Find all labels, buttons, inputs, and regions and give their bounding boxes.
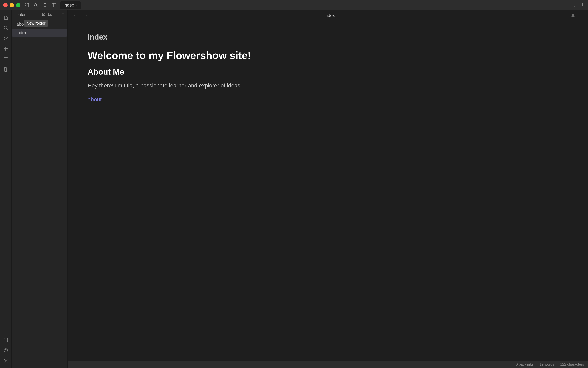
- editor-breadcrumb: index: [92, 13, 567, 18]
- activity-infopanel-icon[interactable]: [1, 336, 10, 344]
- svg-rect-8: [583, 3, 585, 6]
- about-link[interactable]: about: [88, 96, 102, 102]
- bookmarks-icon[interactable]: [43, 3, 47, 7]
- document-paragraph: Hey there! I'm Ola, a passionate learner…: [88, 81, 568, 90]
- new-folder-tooltip: New folder: [24, 20, 48, 27]
- activity-calendar-icon[interactable]: [1, 55, 10, 64]
- activity-files-icon[interactable]: [1, 13, 10, 22]
- svg-rect-5: [52, 3, 56, 7]
- minimize-button[interactable]: [9, 3, 14, 7]
- search-icon[interactable]: [34, 3, 38, 7]
- activity-settings-icon[interactable]: [1, 356, 10, 365]
- svg-point-12: [4, 37, 5, 38]
- reading-mode-icon[interactable]: [571, 13, 575, 18]
- editor-content[interactable]: index Welcome to my Flowershow site! Abo…: [68, 21, 588, 361]
- document-title: index: [88, 33, 568, 41]
- svg-point-11: [5, 38, 6, 39]
- editor-area: ← → index ⋯ index Welcome to my Flowersh…: [68, 10, 588, 368]
- svg-rect-20: [4, 47, 6, 49]
- svg-rect-24: [4, 58, 8, 61]
- tab-label: index: [64, 3, 74, 8]
- tabs-area: index × +: [60, 1, 573, 9]
- svg-line-19: [6, 39, 7, 39]
- status-bar: 0 backlinks 19 words 122 characters: [68, 361, 588, 368]
- index-tab[interactable]: index ×: [60, 1, 81, 9]
- activity-bottom: [1, 336, 10, 365]
- svg-rect-22: [4, 49, 6, 51]
- main-layout: content: [0, 10, 588, 368]
- word-count: 19 words: [540, 362, 554, 367]
- svg-rect-2: [25, 5, 26, 7]
- activity-graph-icon[interactable]: [1, 34, 10, 43]
- document-heading2: About Me: [88, 67, 568, 76]
- svg-line-4: [36, 6, 38, 7]
- activity-grid-icon[interactable]: [1, 45, 10, 53]
- svg-rect-7: [580, 3, 582, 6]
- layout-icon[interactable]: [580, 3, 585, 7]
- activity-search-icon[interactable]: [1, 24, 10, 32]
- svg-line-18: [4, 39, 5, 39]
- svg-point-15: [7, 39, 8, 40]
- svg-line-17: [6, 38, 7, 38]
- sidebar-toggle-icon[interactable]: [52, 3, 56, 7]
- svg-rect-21: [6, 47, 8, 49]
- maximize-button[interactable]: [16, 3, 20, 7]
- new-file-icon[interactable]: [42, 12, 45, 17]
- titlebar: index × + ⌄: [0, 0, 588, 10]
- character-count: 122 characters: [560, 362, 584, 367]
- nav-back-button[interactable]: ←: [72, 12, 79, 19]
- svg-point-33: [4, 349, 8, 352]
- sidebar-header: content: [12, 10, 67, 19]
- svg-line-16: [4, 38, 5, 38]
- dropdown-icon[interactable]: ⌄: [573, 3, 576, 8]
- titlebar-right: ⌄: [573, 3, 585, 8]
- sort-icon[interactable]: [55, 12, 59, 17]
- activity-bar: [0, 10, 12, 368]
- svg-line-10: [6, 29, 8, 30]
- editor-toolbar: ← → index ⋯: [68, 10, 588, 21]
- close-button[interactable]: [3, 3, 8, 7]
- traffic-lights: [3, 3, 20, 7]
- tab-close-button[interactable]: ×: [76, 3, 78, 7]
- activity-copy-icon[interactable]: [1, 65, 10, 74]
- svg-rect-1: [27, 3, 29, 7]
- titlebar-icons: [24, 3, 56, 7]
- nav-forward-button[interactable]: →: [82, 12, 88, 19]
- svg-rect-0: [25, 3, 26, 5]
- collapse-icon[interactable]: [61, 12, 65, 17]
- activity-help-icon[interactable]: [1, 346, 10, 355]
- sidebar-title: content: [14, 12, 28, 17]
- new-tab-button[interactable]: +: [83, 2, 86, 8]
- svg-rect-23: [6, 49, 8, 51]
- file-item-index[interactable]: index: [12, 29, 67, 37]
- more-options-icon[interactable]: ⋯: [579, 13, 583, 18]
- svg-point-32: [5, 339, 6, 339]
- new-folder-icon[interactable]: [48, 12, 52, 17]
- svg-point-14: [4, 39, 5, 40]
- sidebar-icons: [42, 12, 65, 17]
- document-heading1: Welcome to my Flowershow site!: [88, 49, 568, 62]
- svg-point-34: [5, 351, 6, 352]
- file-explorer-icon[interactable]: [24, 3, 29, 7]
- backlinks-count: 0 backlinks: [516, 362, 534, 367]
- svg-point-13: [7, 37, 8, 38]
- editor-toolbar-right: ⋯: [571, 13, 583, 18]
- sidebar: content: [12, 10, 68, 368]
- svg-point-35: [5, 360, 6, 361]
